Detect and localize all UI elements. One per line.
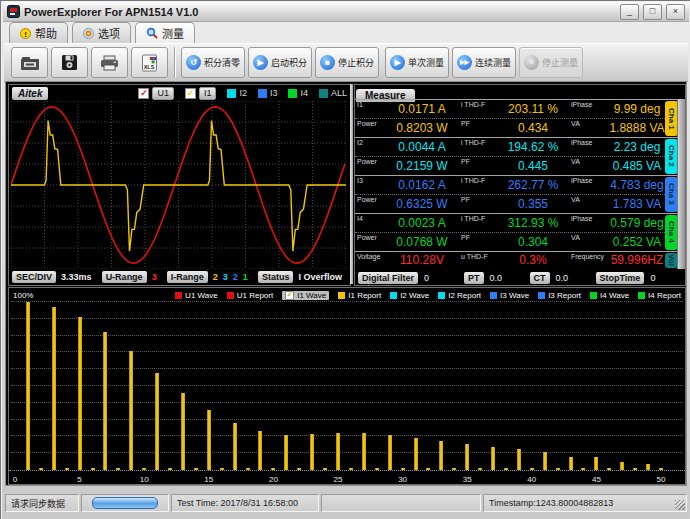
channel-label: ALL [331, 88, 347, 98]
channel-toggle-i2[interactable]: I2 [227, 88, 247, 98]
legend-item-i2-report[interactable]: I2 Report [438, 291, 481, 300]
channel-label: I4 [300, 88, 308, 98]
measure-value: 0.0023 A [385, 216, 459, 230]
measure-footer-chip: PT [464, 272, 484, 284]
measure-row: Power0.8203 WPF0.434VA1.8888 VA [355, 118, 665, 137]
measure-param-label: PF [459, 233, 497, 241]
gridline [11, 335, 683, 336]
tab-options[interactable]: 选项 [72, 22, 131, 43]
channel-toggle-u1[interactable]: ✓U1 [138, 87, 174, 100]
harmonic-bar-18 [246, 468, 250, 470]
legend-item-i1-wave[interactable]: ✓I1 Wave [282, 291, 329, 300]
tab-measure[interactable]: 测量 [135, 22, 195, 43]
checkbox-checked-icon: ✓ [185, 88, 196, 99]
toolbar: XLS ↺积分清零▶启动积分■停止积分 ▶单次测量▶▶连续测量II停止测量 [4, 43, 688, 82]
measure-continuous-button[interactable]: ▶▶连续测量 [452, 47, 516, 78]
harmonic-bar-4 [65, 468, 69, 470]
harmonic-bar-17 [233, 423, 237, 470]
legend-item-i1-report[interactable]: I1 Report [338, 291, 381, 300]
channel-toggle-all[interactable]: ALL [319, 88, 347, 98]
folder-icon [20, 55, 40, 71]
scope-footer-chip: Status [258, 271, 294, 283]
save-button[interactable] [51, 47, 88, 78]
measure-group-cha-4: I40.0023 Ai THD-F312.93 %iPhase0.579 deg… [355, 213, 678, 251]
xls-file-icon: XLS [141, 54, 158, 72]
harmonic-bar-16 [220, 468, 224, 470]
legend-item-u1-report[interactable]: U1 Report [227, 291, 273, 300]
harmonics-x-axis: 05101520253035404550 [9, 472, 685, 484]
measure-footer-value: 0.0 [556, 273, 590, 283]
x-tick-label: 40 [527, 475, 536, 484]
measure-value: 1.783 VA [609, 197, 665, 211]
measure-row: Power0.6325 WPF0.355VA1.783 VA [355, 194, 665, 213]
measure-value: 0.2159 W [385, 159, 459, 173]
integral-start-button[interactable]: ▶启动积分 [248, 47, 312, 78]
app-icon [7, 5, 20, 18]
measure-scrollbar[interactable] [677, 99, 685, 269]
legend-item-u1-wave[interactable]: U1 Wave [175, 291, 218, 300]
integral-stop-button[interactable]: ■停止积分 [315, 47, 379, 78]
menu-tabs: ! 帮助 选项 测量 [9, 22, 195, 43]
minimize-button[interactable]: _ [620, 4, 639, 20]
scope-footer-value: I Overflow [298, 272, 342, 282]
measure-single-label: 单次测量 [408, 56, 444, 69]
harmonic-bar-2 [39, 468, 43, 470]
legend-item-i3-wave[interactable]: I3 Wave [490, 291, 529, 300]
harmonic-bar-29 [388, 435, 392, 470]
legend-item-i3-report[interactable]: I3 Report [538, 291, 581, 300]
measure-param-label: Power [355, 195, 385, 203]
measure-value: 0.0768 W [385, 235, 459, 249]
restore-button[interactable]: □ [643, 4, 662, 20]
harmonic-bar-14 [194, 468, 198, 470]
measure-param-label: i THD-F [459, 100, 497, 108]
export-xls-button[interactable]: XLS [131, 47, 168, 78]
channel-toggle-i1[interactable]: ✓I1 [185, 87, 217, 100]
x-tick-label: 35 [463, 475, 472, 484]
open-button[interactable] [11, 47, 48, 78]
harmonic-bar-48 [633, 468, 637, 470]
test-time-label: Test Time: 2017/8/31 16:58:00 [171, 494, 319, 512]
measure-footer: Digital Filter0PT0.0CT0.0StopTime0 [355, 270, 685, 285]
integral-clear-button[interactable]: ↺积分清零 [181, 47, 245, 78]
floppy-disk-icon [61, 54, 78, 71]
measure-single-button[interactable]: ▶单次测量 [385, 47, 449, 78]
waveform-canvas [11, 101, 346, 269]
tab-help[interactable]: ! 帮助 [9, 22, 68, 43]
legend-color-swatch [638, 292, 645, 299]
measure-value: 0.0162 A [385, 178, 459, 192]
legend-item-i4-report[interactable]: I4 Report [638, 291, 681, 300]
gear-icon [83, 28, 94, 39]
integral-start-icon: ▶ [253, 55, 268, 70]
harmonic-bar-31 [414, 438, 418, 470]
measure-group-cha-2: I20.0044 Ai THD-F194.62 %iPhase2.23 degP… [355, 137, 678, 175]
channel-toggle-i3[interactable]: I3 [258, 88, 278, 98]
harmonic-bar-40 [530, 468, 534, 470]
panel-splitter[interactable] [350, 84, 353, 284]
legend-label: U1 Report [237, 291, 273, 300]
x-tick-label: 45 [592, 475, 601, 484]
legend-label: I2 Wave [400, 291, 429, 300]
harmonic-bar-41 [543, 452, 547, 470]
print-button[interactable] [91, 47, 128, 78]
scope-footer-value: 3 [152, 272, 157, 282]
x-tick-label: 20 [269, 475, 278, 484]
legend-item-i2-wave[interactable]: I2 Wave [390, 291, 429, 300]
legend-item-i4-wave[interactable]: I4 Wave [590, 291, 629, 300]
harmonic-bar-49 [646, 464, 650, 470]
app-window: PowerExplorer For APN1514 V1.0 _ □ × ! 帮… [0, 0, 690, 519]
resize-grip[interactable] [675, 500, 685, 510]
measure-stop-button: II停止测量 [519, 47, 583, 78]
sync-status-label: 请求同步数据 [5, 494, 79, 512]
measure-param-label: i THD-F [459, 138, 497, 146]
channel-label: I2 [239, 88, 247, 98]
checkbox-checked-icon: ✓ [138, 88, 149, 99]
channel-toggle-i4[interactable]: I4 [288, 88, 308, 98]
harmonic-bar-1 [26, 302, 30, 470]
close-button[interactable]: × [666, 4, 685, 20]
measure-row: I40.0023 Ai THD-F312.93 %iPhase0.579 deg [355, 214, 665, 232]
scope-footer-value: 2 [213, 272, 218, 282]
sync-progress-section [81, 494, 169, 512]
measure-value: 0.6325 W [385, 197, 459, 211]
scope-footer-chip: I-Range [167, 271, 208, 283]
gridline [11, 452, 683, 453]
